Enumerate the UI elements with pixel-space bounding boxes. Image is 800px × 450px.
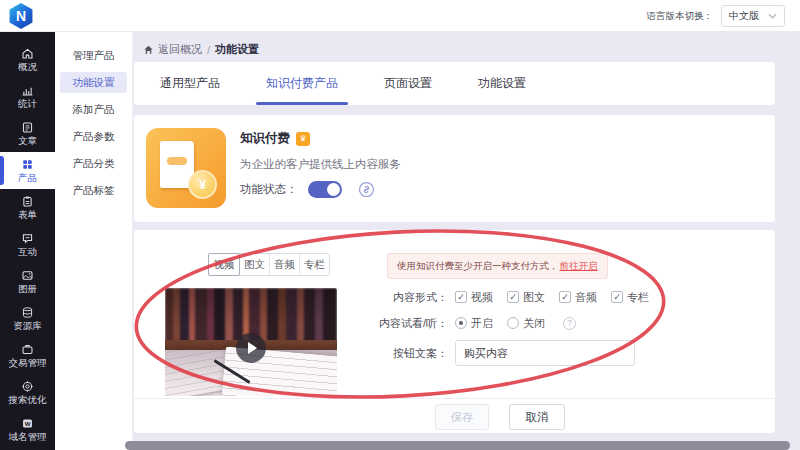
language-label: 语言版本切换： [647, 10, 714, 23]
form-icon [21, 195, 34, 208]
radio-trial-off[interactable]: 关闭 [507, 316, 545, 331]
secondary-sidebar: 管理产品 功能设置 添加产品 产品参数 产品分类 产品标签 [55, 32, 133, 450]
subsidebar-item-product-category[interactable]: 产品分类 [60, 153, 127, 174]
subsidebar-item-function-settings[interactable]: 功能设置 [60, 72, 127, 93]
check-icon: ✓ [507, 291, 519, 303]
checkbox-video[interactable]: ✓ 视频 [455, 290, 493, 305]
subsidebar-item-product-tags[interactable]: 产品标签 [60, 180, 127, 201]
payment-warning: 使用知识付费至少开启一种支付方式， 前往开启 [387, 253, 608, 279]
check-icon: ✓ [559, 291, 571, 303]
content-type-tab-group: 视频 图文 音频 专栏 [208, 253, 330, 276]
trade-icon [21, 343, 34, 356]
trial-label: 内容试看/听： [373, 316, 448, 331]
tab-page-settings[interactable]: 页面设置 [384, 62, 432, 105]
chevron-down-icon [768, 13, 777, 19]
tab-bar: 通用型产品 知识付费产品 页面设置 功能设置 [134, 62, 775, 105]
home-icon [143, 44, 154, 55]
content-settings-card: 视频 图文 音频 专栏 使用知识付费至少开启一种支付方式， 前往开启 内容形式：… [134, 230, 775, 433]
radio-icon [507, 317, 519, 329]
tab-function-settings[interactable]: 功能设置 [478, 62, 526, 105]
knowledge-pay-product-icon: ¥ [146, 128, 226, 208]
radio-icon [455, 317, 467, 329]
check-icon: ✓ [455, 291, 467, 303]
content-tab-video[interactable]: 视频 [208, 253, 240, 276]
trial-row: 内容试看/听： 开启 关闭 ? [373, 314, 576, 332]
product-description: 为企业的客户提供线上内容服务 [240, 157, 401, 172]
subsidebar-item-product-params[interactable]: 产品参数 [60, 126, 127, 147]
sidebar-item-stats[interactable]: 统计 [0, 78, 55, 115]
app-logo[interactable]: N [8, 3, 34, 29]
sidebar-item-seo[interactable]: 搜索优化 [0, 374, 55, 411]
footer-divider [134, 398, 775, 399]
breadcrumb-back-link[interactable]: 返回概况 [143, 42, 202, 57]
go-enable-link[interactable]: 前往开启 [560, 260, 598, 273]
sidebar-item-overview[interactable]: 概况 [0, 41, 55, 78]
recommended-badge-icon: ♛ [296, 132, 310, 146]
logo-letter: N [16, 8, 26, 24]
sidebar-item-trade[interactable]: 交易管理 [0, 337, 55, 374]
gallery-icon [21, 269, 34, 282]
top-bar: N 语言版本切换： 中文版 [0, 0, 800, 32]
stats-icon [21, 84, 34, 97]
button-text-label: 按钮文案： [373, 346, 448, 361]
sidebar-item-product[interactable]: 产品 [0, 152, 55, 189]
article-icon [21, 121, 34, 134]
button-text-row: 按钮文案： [373, 340, 635, 366]
content-tab-audio[interactable]: 音频 [269, 254, 299, 275]
cancel-button[interactable]: 取消 [509, 404, 565, 430]
product-info-card: ¥ 知识付费 ♛ 为企业的客户提供线上内容服务 功能状态： [134, 115, 775, 222]
save-button[interactable]: 保存 [435, 404, 489, 430]
check-icon: ✓ [611, 291, 623, 303]
breadcrumb: 返回概况 / 功能设置 [143, 42, 259, 57]
breadcrumb-current: 功能设置 [215, 42, 259, 57]
domain-icon: W [21, 417, 34, 430]
content-type-row: 内容形式： ✓ 视频 ✓ 图文 ✓ 音频 ✓ 专栏 [373, 288, 649, 306]
link-icon[interactable] [358, 181, 375, 198]
seo-icon [21, 380, 34, 393]
warning-text: 使用知识付费至少开启一种支付方式， [397, 260, 559, 273]
product-grid-icon [21, 158, 34, 171]
product-title: 知识付费 [240, 130, 290, 147]
status-toggle[interactable] [308, 181, 342, 198]
video-thumbnail[interactable] [165, 288, 337, 396]
language-select[interactable]: 中文版 [721, 5, 785, 27]
radio-trial-on[interactable]: 开启 [455, 316, 493, 331]
breadcrumb-separator: / [207, 44, 210, 56]
checkbox-audio[interactable]: ✓ 音频 [559, 290, 597, 305]
content-tab-column[interactable]: 专栏 [299, 254, 329, 275]
help-icon[interactable]: ? [563, 317, 576, 330]
sidebar-item-resource[interactable]: 资源库 [0, 300, 55, 337]
sidebar-item-domain[interactable]: W 域名管理 [0, 411, 55, 448]
sidebar-item-gallery[interactable]: 图册 [0, 263, 55, 300]
tab-knowledge-pay-product[interactable]: 知识付费产品 [266, 62, 338, 105]
checkbox-column[interactable]: ✓ 专栏 [611, 290, 649, 305]
sidebar-item-form[interactable]: 表单 [0, 189, 55, 226]
subsidebar-item-add-product[interactable]: 添加产品 [60, 99, 127, 120]
subsidebar-item-manage-product[interactable]: 管理产品 [60, 45, 127, 66]
sidebar-item-article[interactable]: 文章 [0, 115, 55, 152]
button-text-input[interactable] [455, 340, 635, 366]
home-icon [21, 47, 34, 60]
checkbox-imagetext[interactable]: ✓ 图文 [507, 290, 545, 305]
sidebar-item-interaction[interactable]: 互动 [0, 226, 55, 263]
primary-sidebar: 概况 统计 文章 产品 表单 互动 图册 资源库 交易管理 搜索优化 W 域名管… [0, 32, 55, 450]
content-type-label: 内容形式： [373, 290, 448, 305]
yuan-coin-icon: ¥ [188, 170, 217, 199]
main-content: 返回概况 / 功能设置 通用型产品 知识付费产品 页面设置 功能设置 ¥ 知识付… [133, 32, 800, 450]
tab-general-product[interactable]: 通用型产品 [160, 62, 220, 105]
language-switcher: 语言版本切换： 中文版 [647, 0, 786, 32]
interaction-icon [21, 232, 34, 245]
status-label: 功能状态： [240, 182, 298, 197]
resource-icon [21, 306, 34, 319]
svg-text:W: W [25, 420, 31, 427]
play-button[interactable] [236, 333, 266, 363]
language-value: 中文版 [729, 9, 759, 23]
horizontal-scrollbar[interactable] [125, 441, 790, 450]
content-tab-imagetext[interactable]: 图文 [239, 254, 269, 275]
